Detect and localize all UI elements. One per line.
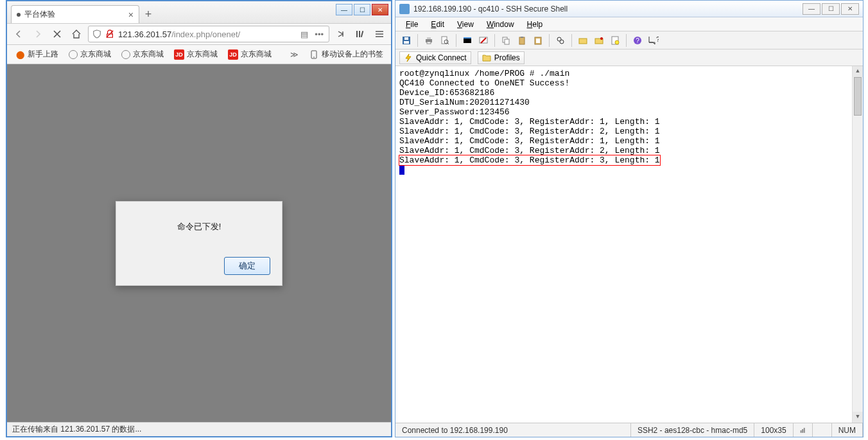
bookmarks-overflow-button[interactable]: ≫ [286,50,302,59]
bookmark-item[interactable]: ⬤新手上路 [11,48,62,61]
dialog-ok-button[interactable]: 确定 [224,257,270,275]
url-bar[interactable]: 121.36.201.57/index.php/onenet/ ▤ ••• [88,26,329,42]
dialog-message: 命令已下发! [128,221,270,233]
status-cipher: SSH2 - aes128-cbc - hmac-md5 [631,423,754,437]
clipboard-icon[interactable] [531,33,545,48]
menu-button[interactable] [372,26,387,42]
loading-dot-icon [17,13,21,17]
ssh-terminal[interactable]: root@zynqlinux /home/PROG # ./main QC410… [395,66,863,423]
ssh-menubar: File Edit View Window Help [395,17,863,31]
forward-button[interactable] [30,26,46,42]
globe-icon [121,50,130,59]
svg-text:?: ? [636,37,639,44]
menu-help[interactable]: Help [522,19,548,30]
whats-this-icon[interactable]: ? [647,33,661,48]
svg-point-31 [615,40,619,44]
svg-rect-27 [579,39,587,44]
status-text: 正在传输来自 121.36.201.57 的数据... [12,424,141,435]
window-maximize-button[interactable]: ☐ [822,3,840,15]
quick-connect-button[interactable]: Quick Connect [399,51,471,64]
ssh-title: 192.168.199.190 - qc410 - SSH Secure She… [413,4,799,13]
status-numlock: NUM [832,423,863,437]
connection-insecure-icon [105,30,114,39]
menu-file[interactable]: File [401,19,423,30]
terminal-scrollbar[interactable]: ▲ ▼ [852,66,863,423]
new-terminal-icon[interactable] [460,33,474,48]
url-text: 121.36.201.57/index.php/onenet/ [118,30,295,39]
paste-icon[interactable] [515,33,529,48]
status-connected: Connected to 192.168.199.190 [395,423,631,437]
scroll-up-icon[interactable]: ▲ [853,66,863,77]
ssh-window: 192.168.199.190 - qc410 - SSH Secure She… [395,0,864,437]
terminal-cursor [399,166,404,175]
ssh-titlebar: 192.168.199.190 - qc410 - SSH Secure She… [395,1,863,17]
bookmark-item[interactable]: JD京东商城 [224,48,275,61]
bookmark-item[interactable]: 京东商城 [117,48,168,61]
bookmark-item[interactable]: JD京东商城 [170,48,221,61]
bookmark-item[interactable]: 京东商城 [65,48,115,61]
terminal-line: SlaveAddr: 1, CmdCode: 3, RegisterAddr: … [399,146,859,155]
svg-rect-20 [505,39,509,44]
status-indicator-1 [794,423,813,437]
svg-rect-24 [536,39,540,43]
ssh-quickbar: Quick Connect Profiles [395,49,863,66]
reader-mode-icon[interactable]: ▤ [299,30,309,39]
svg-rect-8 [404,37,408,40]
scroll-down-icon[interactable]: ▼ [853,412,863,423]
globe-icon [69,50,78,59]
terminal-line: SlaveAddr: 1, CmdCode: 3, RegisterAddr: … [399,127,859,136]
bookmark-item-mobile[interactable]: 移动设备上的书签 [305,48,387,61]
save-icon[interactable] [399,33,413,48]
firefox-window: 平台体验 × + — ☐ ✕ 121.36.201.57/index.php/o… [6,0,392,437]
mobile-icon [309,49,319,60]
svg-rect-36 [802,429,803,433]
log-session-icon[interactable] [608,33,622,48]
window-close-button[interactable]: ✕ [841,3,859,15]
window-close-button[interactable]: ✕ [372,4,388,15]
svg-rect-16 [464,37,471,39]
bookmarks-bar: ⬤新手上路 京东商城 京东商城 JD京东商城 JD京东商城 ≫ 移动设备上的书签 [7,45,391,64]
status-size: 100x35 [754,423,793,437]
overflow-arrow-button[interactable] [333,26,349,42]
disconnect-icon[interactable] [476,33,490,48]
terminal-line: QC410 Connected to OneNET Success! [399,78,859,88]
window-maximize-button[interactable]: ☐ [354,4,370,15]
status-indicator-2 [813,423,832,437]
ssh-app-icon [399,4,410,14]
alert-dialog: 命令已下发! 确定 [116,201,282,286]
print-icon[interactable] [422,33,436,48]
menu-window[interactable]: Window [482,19,519,30]
svg-text:?: ? [656,36,659,43]
tab-close-icon[interactable]: × [128,10,134,19]
menu-view[interactable]: View [452,19,479,30]
url-more-icon[interactable]: ••• [313,30,325,39]
ssh-statusbar: Connected to 192.168.199.190 SSH2 - aes1… [395,423,863,437]
svg-rect-3 [361,31,364,37]
svg-point-26 [560,40,564,44]
profiles-button[interactable]: Profiles [478,51,525,64]
find-icon[interactable] [553,33,568,48]
firefox-statusbar: 正在传输来自 121.36.201.57 的数据... [7,422,391,436]
back-button[interactable] [11,26,26,42]
window-minimize-button[interactable]: — [336,4,352,15]
terminal-line: root@zynqlinux /home/PROG # ./main [399,69,859,78]
window-minimize-button[interactable]: — [803,3,820,15]
jd-icon: JD [174,49,184,60]
svg-rect-1 [356,31,358,37]
lightning-icon [404,53,413,62]
library-button[interactable] [352,26,368,42]
home-button[interactable] [69,26,84,42]
copy-icon[interactable] [499,33,513,48]
browser-tab[interactable]: 平台体验 × [11,5,139,23]
help-icon[interactable]: ? [630,33,645,48]
scroll-thumb[interactable] [854,77,862,116]
terminal-line: SlaveAddr: 1, CmdCode: 3, RegisterAddr: … [399,136,859,146]
new-tab-button[interactable]: + [139,5,157,23]
stop-button[interactable] [49,26,65,42]
terminal-line-highlighted: SlaveAddr: 1, CmdCode: 3, RegisterAddr: … [399,155,660,165]
settings-icon[interactable] [592,33,606,48]
print-preview-icon[interactable] [438,33,452,48]
menu-edit[interactable]: Edit [426,19,449,30]
new-file-transfer-icon[interactable] [576,33,590,48]
jd-icon: JD [228,49,238,60]
